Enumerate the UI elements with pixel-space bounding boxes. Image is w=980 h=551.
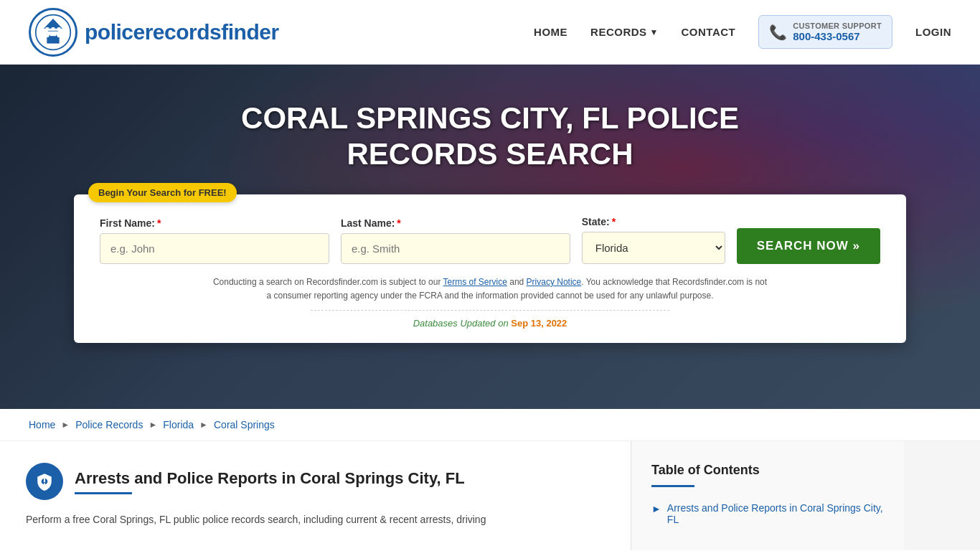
search-fields: First Name:* Last Name:* State:* Florida…: [100, 216, 880, 264]
svg-rect-12: [44, 479, 45, 482]
first-name-label: First Name:*: [100, 217, 329, 229]
content-area: Arrests and Police Reports in Coral Spri…: [0, 441, 980, 550]
breadcrumb-sep-1: ►: [61, 420, 70, 430]
breadcrumb-home[interactable]: Home: [29, 419, 55, 430]
phone-icon: 📞: [769, 24, 787, 41]
search-card: Begin Your Search for FREE! First Name:*…: [74, 194, 906, 343]
last-name-input[interactable]: [341, 233, 570, 264]
svg-rect-9: [48, 38, 58, 42]
sidebar: Table of Contents ► Arrests and Police R…: [631, 441, 904, 550]
svg-point-13: [44, 483, 45, 484]
svg-rect-5: [52, 27, 55, 32]
privacy-link[interactable]: Privacy Notice: [527, 277, 582, 287]
toc-divider: [651, 485, 694, 487]
records-chevron-icon: ▼: [650, 27, 659, 37]
first-name-group: First Name:*: [100, 217, 329, 264]
state-select[interactable]: Florida Alabama Alaska California New Yo…: [582, 232, 725, 264]
disclaimer-text: Conducting a search on Recordsfinder.com…: [210, 276, 770, 303]
support-number: 800-433-0567: [793, 30, 882, 42]
nav-home[interactable]: HOME: [534, 26, 567, 38]
toc-chevron-icon: ►: [651, 503, 661, 514]
db-updated: Databases Updated on Sep 13, 2022: [100, 318, 880, 329]
main-nav: HOME RECORDS ▼ CONTACT 📞 CUSTOMER SUPPOR…: [534, 15, 951, 49]
breadcrumb-police-records[interactable]: Police Records: [75, 419, 143, 430]
nav-records-label[interactable]: RECORDS: [590, 26, 647, 38]
hero-section: CORAL SPRINGS CITY, FL POLICE RECORDS SE…: [0, 65, 980, 409]
logo-text: policerecordsfinder: [85, 20, 279, 44]
breadcrumb: Home ► Police Records ► Florida ► Coral …: [0, 409, 980, 441]
breadcrumb-florida[interactable]: Florida: [163, 419, 194, 430]
nav-records[interactable]: RECORDS ▼: [590, 26, 658, 38]
divider: [311, 310, 669, 311]
toc-title: Table of Contents: [651, 463, 884, 478]
logo-area[interactable]: policerecordsfinder: [29, 8, 279, 57]
toc-item-arrests[interactable]: ► Arrests and Police Reports in Coral Sp…: [651, 499, 884, 529]
toc-item-label: Arrests and Police Reports in Coral Spri…: [667, 502, 884, 525]
last-name-label: Last Name:*: [341, 217, 570, 229]
search-now-button[interactable]: SEARCH NOW »: [737, 228, 880, 264]
login-button[interactable]: LOGIN: [915, 26, 951, 38]
site-header: policerecordsfinder HOME RECORDS ▼ CONTA…: [0, 0, 980, 65]
main-content: Arrests and Police Reports in Coral Spri…: [0, 441, 631, 550]
customer-support-button[interactable]: 📞 CUSTOMER SUPPORT 800-433-0567: [758, 15, 892, 49]
svg-rect-6: [57, 27, 60, 32]
state-label: State:*: [582, 216, 725, 227]
article-header: Arrests and Police Reports in Coral Spri…: [26, 463, 605, 500]
first-name-input[interactable]: [100, 233, 329, 264]
last-name-group: Last Name:*: [341, 217, 570, 264]
logo-icon: [29, 8, 77, 57]
state-group: State:* Florida Alabama Alaska Californi…: [582, 216, 725, 264]
terms-link[interactable]: Terms of Service: [443, 277, 507, 287]
hero-title: CORAL SPRINGS CITY, FL POLICE RECORDS SE…: [167, 100, 813, 173]
svg-rect-4: [46, 27, 49, 32]
breadcrumb-sep-2: ►: [149, 420, 157, 430]
support-label: CUSTOMER SUPPORT: [793, 22, 882, 30]
free-badge: Begin Your Search for FREE!: [88, 183, 237, 202]
breadcrumb-coral-springs: Coral Springs: [214, 419, 275, 430]
article-intro: Perform a free Coral Springs, FL public …: [26, 512, 605, 529]
article-title: Arrests and Police Reports in Coral Spri…: [75, 469, 465, 488]
article-title-underline: [75, 492, 132, 494]
db-date: Sep 13, 2022: [511, 318, 567, 329]
badge-shield-icon: [26, 463, 63, 500]
breadcrumb-sep-3: ►: [199, 420, 208, 430]
nav-contact[interactable]: CONTACT: [682, 26, 736, 38]
svg-rect-8: [49, 36, 57, 38]
